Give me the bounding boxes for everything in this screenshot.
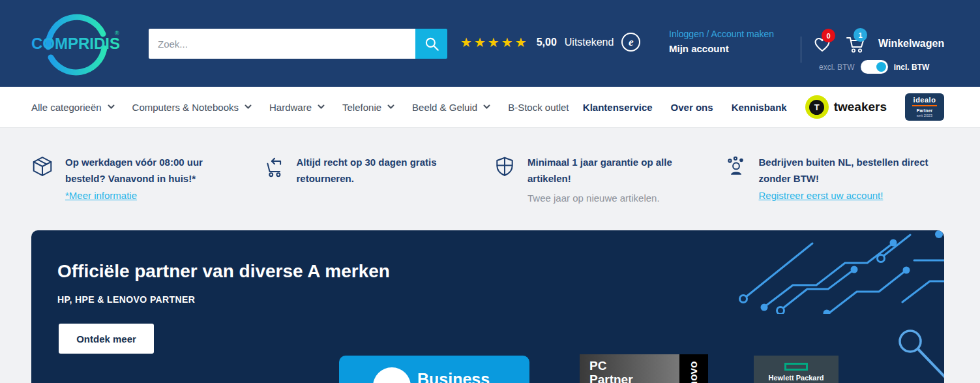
- compridis-logo-image: COMPRIDIS ®: [31, 8, 123, 78]
- search-button[interactable]: [415, 29, 447, 59]
- nav-item-label: Alle categorieën: [31, 102, 102, 113]
- nav-link-klantenservice[interactable]: Klantenservice: [583, 102, 653, 113]
- usp-delivery: Op werkdagen vóór 08:00 uur besteld? Van…: [31, 154, 251, 206]
- chevron-down-icon: [318, 104, 325, 110]
- page: COMPRIDIS ® ★★★★★ 5,00 Uitstekend e Inlo…: [0, 0, 980, 383]
- idealo-since-label: seit 2023: [917, 114, 932, 118]
- nav-item-computers-notebooks[interactable]: Computers & Notebooks: [132, 102, 252, 113]
- chevron-down-icon: [245, 104, 252, 110]
- nav-item-label: Telefonie: [342, 102, 381, 113]
- review-platform-icon: e: [621, 33, 640, 52]
- package-icon: [31, 155, 53, 177]
- shield-icon: [494, 155, 516, 177]
- nav-item-alle-categorieen[interactable]: Alle categorieën: [31, 102, 115, 113]
- nav-item-label: Hardware: [269, 102, 312, 113]
- nav-menu: Alle categorieën Computers & Notebooks H…: [31, 87, 569, 127]
- hp-business-label: Business: [417, 370, 490, 383]
- hpe-logo: Hewlett Packard: [754, 356, 839, 383]
- usp-returns: Altijd recht op 30 dagen gratis retourne…: [263, 154, 483, 206]
- nav-item-label: B-Stock outlet: [508, 102, 569, 113]
- usp-bar: Op werkdagen vóór 08:00 uur besteld? Van…: [31, 154, 944, 206]
- site-header: COMPRIDIS ® ★★★★★ 5,00 Uitstekend e Inlo…: [0, 0, 980, 87]
- usp-delivery-title: Op werkdagen vóór 08:00 uur besteld? Van…: [65, 154, 236, 187]
- business-users-icon: [725, 155, 747, 177]
- my-account-link[interactable]: Mijn account: [669, 43, 729, 54]
- hp-business-partner-logo: Business: [339, 356, 529, 383]
- usp-business-register-link[interactable]: Registreer eerst uw account!: [759, 190, 883, 201]
- tweakers-icon: T: [805, 95, 829, 119]
- usp-delivery-more-info-link[interactable]: *Meer informatie: [65, 190, 137, 201]
- vat-toggle-knob: [876, 62, 886, 72]
- review-rating-widget[interactable]: ★★★★★ 5,00 Uitstekend e: [460, 33, 640, 52]
- lenovo-wordmark: lenovo: [679, 354, 708, 383]
- star-rating-icon: ★★★★★: [460, 36, 529, 49]
- account-area: Inloggen / Account maken Mijn account: [669, 29, 774, 55]
- tweakers-label: tweakers: [834, 100, 887, 114]
- nav-item-hardware[interactable]: Hardware: [269, 102, 325, 113]
- vat-excl-label: excl. BTW: [819, 63, 855, 72]
- vat-toggle-row: excl. BTW incl. BTW: [819, 60, 929, 74]
- vat-toggle[interactable]: [861, 60, 888, 74]
- header-divider: [801, 37, 801, 63]
- hero-title: Officiële partner van diverse A merken: [57, 261, 390, 282]
- nav-item-telefonie[interactable]: Telefonie: [342, 102, 394, 113]
- hpe-label: Hewlett Packard: [769, 374, 824, 382]
- tweakers-badge[interactable]: T tweakers: [805, 95, 887, 119]
- nav-item-bstock-outlet[interactable]: B-Stock outlet: [508, 102, 569, 113]
- discover-more-button[interactable]: Ontdek meer: [59, 324, 154, 354]
- usp-warranty-title: Minimaal 1 jaar garantie op alle artikel…: [527, 154, 698, 187]
- logo-text: COMPRIDIS: [31, 35, 120, 52]
- nav-item-label: Beeld & Geluid: [412, 102, 477, 113]
- login-link[interactable]: Inloggen / Account maken: [669, 29, 774, 39]
- logo-registered-mark: ®: [115, 30, 119, 37]
- usp-business-title: Bedrijven buiten NL, bestellen direct zo…: [759, 154, 930, 187]
- cart-label[interactable]: Winkelwagen: [878, 38, 944, 50]
- return-cart-icon: [263, 155, 285, 177]
- usp-business: Bedrijven buiten NL, bestellen direct zo…: [725, 154, 945, 206]
- lenovo-pc-label: PC: [589, 359, 679, 373]
- main-nav: Alle categorieën Computers & Notebooks H…: [0, 87, 980, 128]
- lenovo-pc-partner-logo: PC Partner lenovo: [580, 354, 708, 383]
- circuit-decoration: [729, 230, 944, 314]
- chevron-down-icon: [483, 104, 490, 110]
- compridis-logo[interactable]: COMPRIDIS ®: [31, 8, 123, 81]
- wishlist-button[interactable]: 0: [812, 35, 832, 55]
- cart-button[interactable]: 1: [844, 34, 867, 56]
- nav-item-label: Computers & Notebooks: [132, 102, 239, 113]
- rating-score: 5,00: [537, 37, 557, 48]
- nav-link-kennisbank[interactable]: Kennisbank: [732, 102, 787, 113]
- search-icon: [423, 35, 440, 52]
- usp-warranty: Minimaal 1 jaar garantie op alle artikel…: [494, 154, 713, 206]
- idealo-partner-badge[interactable]: idealo Partner seit 2023: [905, 93, 944, 121]
- vat-incl-label: incl. BTW: [894, 63, 930, 72]
- hpe-green-rect-icon: [784, 363, 808, 371]
- lenovo-partner-label: Partner: [589, 373, 679, 383]
- usp-warranty-subtext: Twee jaar op nieuwe artikelen.: [527, 190, 698, 206]
- hero-subtitle: HP, HPE & LENOVO PARTNER: [57, 294, 195, 305]
- cart-count-badge: 1: [854, 28, 867, 42]
- tweakers-ball-icon: T: [809, 100, 824, 115]
- wishlist-count-badge: 0: [822, 29, 835, 42]
- hero-banner: Officiële partner van diverse A merken H…: [31, 230, 944, 383]
- nav-item-beeld-geluid[interactable]: Beeld & Geluid: [412, 102, 490, 113]
- search-input[interactable]: [149, 29, 415, 59]
- idealo-brand: idealo: [913, 97, 936, 104]
- idealo-orange-bar: [912, 105, 937, 106]
- idealo-partner-label: Partner: [917, 108, 933, 114]
- nav-link-over-ons[interactable]: Over ons: [671, 102, 713, 113]
- chevron-down-icon: [108, 104, 115, 110]
- lenovo-vertical-text: lenovo: [687, 361, 700, 383]
- magnifier-line-decoration: [897, 328, 944, 383]
- nav-secondary: Klantenservice Over ons Kennisbank T twe…: [583, 87, 944, 127]
- chevron-down-icon: [387, 104, 394, 110]
- search-bar: [149, 29, 447, 59]
- rating-label: Uitstekend: [565, 37, 614, 48]
- hp-icon: [373, 367, 411, 383]
- usp-returns-title: Altijd recht op 30 dagen gratis retourne…: [297, 154, 468, 187]
